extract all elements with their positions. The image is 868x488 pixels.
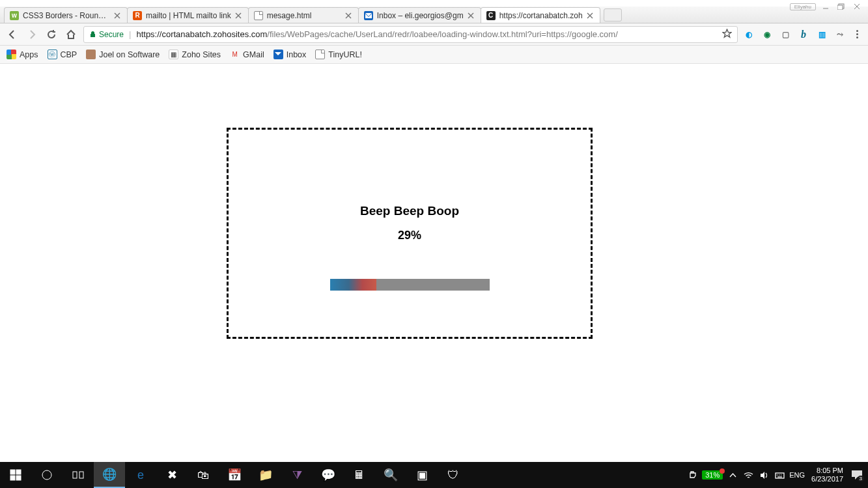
extension-icon[interactable]: ▥ (816, 29, 828, 40)
taskbar-visual-studio[interactable]: ⧩ (281, 462, 313, 488)
bookmark-label: CBP (61, 50, 77, 59)
clock[interactable]: 8:05 PM 6/23/2017 (809, 466, 846, 483)
bookmark-inbox[interactable]: Inbox (273, 50, 307, 59)
back-button[interactable] (5, 27, 20, 42)
taskbar-file-explorer[interactable]: 📁 (250, 462, 281, 488)
window-minimize-button[interactable] (820, 3, 832, 10)
tab-mailto[interactable]: R mailto | HTML mailto link (127, 7, 249, 23)
wifi-icon[interactable] (742, 469, 754, 481)
bookmark-label: Joel on Software (99, 50, 160, 59)
tab-close-button[interactable] (587, 12, 595, 20)
svg-point-23 (42, 470, 51, 480)
taskbar-defender[interactable]: 🛡 (438, 462, 469, 488)
tab-close-button[interactable] (235, 12, 243, 20)
loading-box: Beep Beep Boop 29% (227, 128, 593, 339)
task-view-button[interactable] (63, 462, 94, 488)
forward-button[interactable] (25, 27, 39, 42)
bookmark-label: Zoho Sites (182, 50, 221, 59)
tab-close-button[interactable] (468, 12, 475, 20)
bing-icon[interactable]: b (798, 29, 809, 40)
taskbar-calendar[interactable]: 📅 (219, 462, 250, 488)
start-button[interactable] (0, 462, 31, 488)
svg-rect-2 (837, 5, 843, 10)
window-maximize-button[interactable] (835, 3, 847, 10)
secure-label: Secure (99, 30, 124, 39)
cortana-button[interactable] (31, 462, 63, 488)
tab-label: Inbox – eli.georgios@gm (377, 11, 464, 20)
taskbar-app[interactable]: ✖ (156, 462, 188, 488)
bookmark-zoho[interactable]: ▦Zoho Sites (169, 50, 221, 59)
svg-marker-17 (723, 29, 731, 36)
taskbar-edge[interactable]: e (125, 462, 156, 488)
bookmark-gmail[interactable]: MGMail (230, 50, 264, 59)
tab-mesage-html[interactable]: mesage.html (248, 7, 359, 23)
apps-icon (7, 50, 16, 59)
window-titlebar: Eliyahu (0, 0, 868, 7)
bookmark-apps[interactable]: Apps (7, 50, 38, 59)
tab-inbox[interactable]: Inbox – eli.georgios@gm (358, 7, 481, 23)
wordpress-icon: ⓦ (48, 50, 57, 59)
bookmark-label: GMail (243, 50, 264, 59)
tray-expand-button[interactable] (727, 469, 738, 481)
joel-icon (86, 50, 96, 59)
new-tab-button[interactable] (604, 8, 622, 22)
w3schools-icon: w (10, 11, 19, 20)
tab-close-button[interactable] (114, 12, 122, 20)
url-field[interactable]: Secure | https://cortanabatch.zohosites.… (83, 26, 738, 43)
file-icon (254, 11, 263, 20)
tab-close-button[interactable] (345, 12, 353, 20)
keyboard-icon[interactable] (774, 469, 785, 481)
loading-percent: 29% (229, 229, 591, 242)
battery-percent: 31% (705, 471, 720, 479)
reload-button[interactable] (44, 27, 59, 42)
extension-icon[interactable]: ◉ (761, 29, 773, 40)
taskbar-hangouts[interactable]: 💬 (313, 462, 344, 488)
taskbar-app[interactable]: 🔍 (375, 462, 406, 488)
loading-title: Beep Beep Boop (229, 204, 591, 218)
gmail-icon: M (230, 50, 240, 59)
extension-icon[interactable]: ▢ (779, 29, 791, 40)
bookmark-tinyurl[interactable]: TinyURL! (315, 50, 362, 59)
tab-label: https://cortanabatch.zoh (499, 11, 583, 20)
action-center-button[interactable]: 3 (850, 468, 864, 482)
tab-cortanabatch[interactable]: C https://cortanabatch.zoh (481, 7, 600, 23)
lock-icon: Secure (89, 30, 124, 39)
bookmark-star-button[interactable] (722, 29, 732, 40)
chrome-menu-button[interactable] (851, 30, 863, 38)
home-button[interactable] (64, 27, 78, 42)
separator: | (129, 29, 131, 39)
bookmarks-bar: Apps ⓦCBP Joel on Software ▦Zoho Sites M… (0, 46, 868, 64)
clock-date: 6/23/2017 (811, 475, 843, 483)
inbox-icon (273, 50, 283, 59)
taskbar-calculator[interactable]: 🖩 (344, 462, 375, 488)
svg-rect-27 (776, 473, 784, 478)
taskbar-store[interactable]: 🛍 (188, 462, 219, 488)
bookmark-label: Apps (20, 50, 38, 59)
taskbar-terminal[interactable]: ▣ (406, 462, 438, 488)
progress-bar (330, 279, 490, 291)
extension-icons: ◐ ◉ ▢ b ▥ ⤳ (743, 29, 846, 40)
window-close-button[interactable] (851, 3, 863, 10)
address-bar: Secure | https://cortanabatch.zohosites.… (0, 23, 868, 46)
bookmark-cbp[interactable]: ⓦCBP (48, 50, 77, 59)
tab-label: mailto | HTML mailto link (146, 11, 231, 20)
svg-rect-22 (16, 476, 21, 480)
svg-rect-20 (16, 470, 21, 474)
tab-label: CSS3 Borders - Rounded (23, 11, 110, 20)
power-icon[interactable] (686, 469, 698, 481)
extension-icon[interactable]: ◐ (743, 29, 755, 40)
battery-indicator[interactable]: 31% (702, 470, 723, 480)
extension-icon[interactable]: ⤳ (834, 29, 846, 40)
volume-icon[interactable] (758, 469, 770, 481)
svg-rect-25 (79, 472, 83, 478)
language-indicator[interactable]: ENG (789, 471, 805, 479)
svg-rect-19 (10, 470, 15, 474)
rapidtables-icon: R (133, 11, 142, 20)
svg-rect-24 (73, 472, 77, 478)
tab-label: mesage.html (267, 11, 341, 20)
page-content: Beep Beep Boop 29% (0, 64, 868, 462)
battery-alert-icon (720, 468, 725, 474)
taskbar-chrome[interactable]: 🌐 (94, 462, 125, 488)
bookmark-joel[interactable]: Joel on Software (86, 50, 160, 59)
tab-css3-borders[interactable]: w CSS3 Borders - Rounded (4, 7, 128, 23)
